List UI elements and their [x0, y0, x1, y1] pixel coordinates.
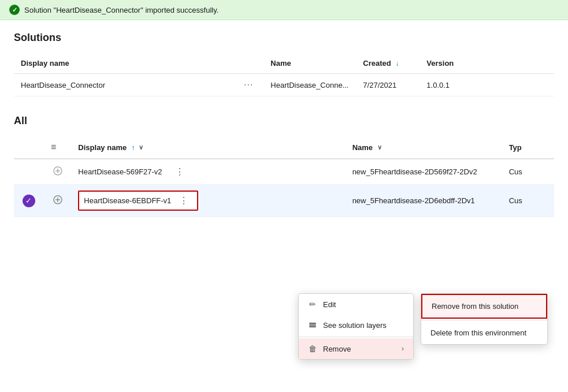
row2-display-cell[interactable]: HeartDisease-6EBDFF-v1 ⋮	[71, 185, 345, 217]
th-version: Version	[419, 53, 477, 74]
svg-rect-7	[309, 324, 316, 326]
three-dots-icon[interactable]: ···	[240, 79, 257, 91]
context-menu: ✏ Edit See solution layers 🗑 Remove ›	[298, 293, 414, 360]
row2-type-cell: Cus	[502, 185, 554, 217]
th-type-icon: ≡	[44, 136, 71, 159]
name-sort-btn[interactable]: Name ∨	[352, 143, 382, 152]
sub-menu-remove-from-solution[interactable]: Remove from this solution	[421, 294, 547, 319]
row1-name-cell: new_5Fheartdisease-2D569f27-2Dv2	[346, 159, 502, 185]
th-name: Name	[263, 53, 356, 74]
th-all-name[interactable]: Name ∨	[346, 136, 502, 159]
row1-type-cell	[44, 159, 71, 185]
context-menu-divider	[299, 337, 413, 337]
all-table: ≡ Display name ↑ ∨ Name ∨	[14, 136, 554, 217]
solutions-title: Solutions	[14, 32, 554, 44]
sort-up-icon: ↑	[131, 143, 135, 152]
row1-status-cell	[14, 159, 44, 185]
solutions-row-created: 7/27/2021	[356, 74, 419, 96]
trash-icon: 🗑	[308, 344, 317, 353]
success-message: Solution "HeartDisease_Connector" import…	[24, 6, 218, 14]
solutions-section: Solutions Display name Name Created	[14, 32, 554, 96]
created-sort-icon	[395, 59, 399, 68]
row1-three-dots[interactable]: ⋮	[172, 165, 188, 178]
main-content: Solutions Display name Name Created	[0, 20, 568, 229]
success-banner: Solution "HeartDisease_Connector" import…	[0, 0, 568, 20]
context-menu-remove-label: Remove	[323, 345, 351, 353]
connector-icon	[53, 168, 63, 178]
edit-icon: ✏	[308, 300, 317, 309]
row1-display-name: HeartDisease-569F27-v2	[78, 167, 162, 176]
sub-menu-divider	[421, 320, 547, 320]
solutions-row-name: HeartDisease_Conne...	[263, 74, 356, 96]
th-dots-spacer	[233, 53, 263, 74]
all-title: All	[14, 115, 554, 127]
context-menu-see-layers[interactable]: See solution layers	[299, 315, 413, 335]
solutions-table-header: Display name Name Created Version	[14, 53, 554, 74]
row1-display-cell[interactable]: HeartDisease-569F27-v2 ⋮	[71, 159, 345, 185]
remove-from-solution-label: Remove from this solution	[432, 302, 518, 311]
filter-icon[interactable]: ≡	[51, 142, 56, 152]
row2-type-cell	[44, 185, 71, 217]
context-menu-edit-label: Edit	[323, 300, 336, 309]
all-section: All ≡ Display name ↑ ∨	[14, 115, 554, 217]
connector-icon	[53, 198, 63, 207]
context-menu-edit[interactable]: ✏ Edit	[299, 294, 413, 315]
th-all-type: Typ	[502, 136, 554, 159]
th-display-name: Display name	[14, 53, 233, 74]
context-menu-layers-label: See solution layers	[323, 321, 387, 330]
display-name-sort-btn[interactable]: Display name ↑ ∨	[78, 143, 143, 152]
row1-type-cell: Cus	[502, 159, 554, 185]
solutions-table: Display name Name Created Version	[14, 53, 554, 96]
table-row[interactable]: HeartDisease-569F27-v2 ⋮ new_5Fheartdise…	[14, 159, 554, 185]
th-all-display-name[interactable]: Display name ↑ ∨	[71, 136, 345, 159]
row2-three-dots[interactable]: ⋮	[176, 194, 192, 207]
row2-check-cell: ✓	[14, 185, 44, 217]
th-created: Created	[356, 53, 419, 74]
sort-toggle-icon[interactable]: ∨	[139, 144, 143, 151]
row2-name-cell: new_5Fheartdisease-2D6ebdff-2Dv1	[346, 185, 502, 217]
th-more	[477, 53, 554, 74]
th-status	[14, 136, 44, 159]
success-icon	[9, 5, 20, 15]
svg-rect-8	[309, 323, 316, 324]
svg-rect-6	[309, 326, 316, 327]
name-sort-toggle-icon[interactable]: ∨	[377, 144, 382, 151]
solutions-row-dots[interactable]: ···	[233, 74, 263, 96]
context-menu-remove[interactable]: 🗑 Remove ›	[299, 338, 413, 359]
sub-menu-delete-from-env[interactable]: Delete from this environment	[421, 322, 547, 344]
check-circle-icon: ✓	[23, 195, 35, 207]
sub-context-menu: Remove from this solution Delete from th…	[421, 293, 548, 345]
solutions-row-display: HeartDisease_Connector	[14, 74, 233, 96]
layers-icon	[308, 320, 317, 330]
all-table-header: ≡ Display name ↑ ∨ Name ∨	[14, 136, 554, 159]
row2-display-name: HeartDisease-6EBDFF-v1	[84, 196, 171, 205]
table-row: HeartDisease_Connector ··· HeartDisease_…	[14, 74, 554, 96]
solutions-row-more	[477, 74, 554, 96]
delete-from-env-label: Delete from this environment	[430, 328, 526, 337]
solutions-row-version: 1.0.0.1	[419, 74, 477, 96]
table-row[interactable]: ✓ HeartDisease-6EBDFF-	[14, 185, 554, 217]
submenu-arrow-icon: ›	[402, 345, 404, 353]
